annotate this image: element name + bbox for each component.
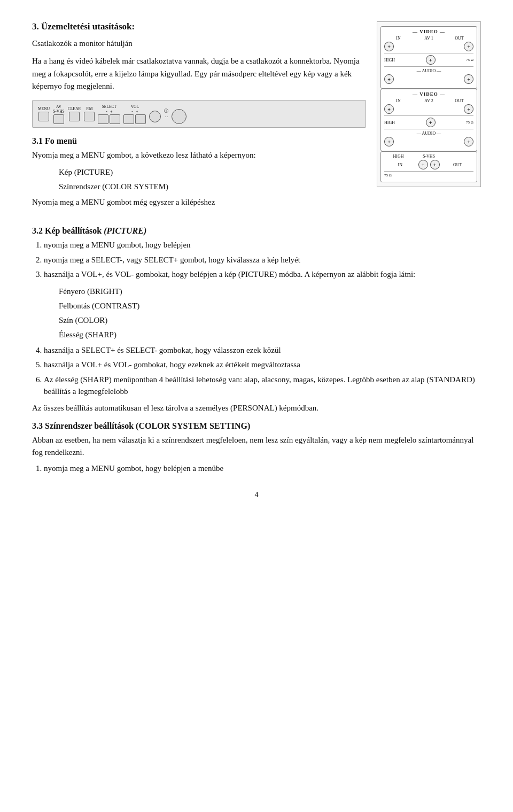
- av2-high-row: HIGH + 75 Ω: [384, 118, 473, 127]
- power-label: [178, 104, 180, 109]
- svhs-in-label: IN: [384, 163, 416, 167]
- menu-button: [38, 112, 49, 121]
- svhs-circles: IN + + OUT: [384, 160, 473, 169]
- av1-audio-circles: + +: [384, 74, 473, 84]
- section-3-1-para2: Nyomja meg a MENU gombot még egyszer a k…: [32, 196, 366, 208]
- in-label-1: IN: [384, 36, 413, 41]
- section-3-2-heading: 3.2 Kép beállítások (PICTURE): [32, 226, 481, 236]
- section-3-2-closing: Az összes beállítás automatikusan el les…: [32, 402, 481, 414]
- divider-1: [384, 53, 473, 53]
- av1-circles: + +: [384, 42, 473, 51]
- small-circle-group: [149, 105, 161, 122]
- av2-audio-out-circle: +: [464, 137, 473, 146]
- av1-high-row: HIGH + 75 Ω: [384, 55, 473, 65]
- svhs-ohm-row: 75 Ω: [384, 173, 473, 177]
- section-3-2-sub-items: Fényero (BRIGHT) Felbontás (CONTRAST) Sz…: [32, 285, 481, 341]
- list-item: nyomja meg a MENU gombot, hogy belépjen: [44, 239, 481, 251]
- av2-in-circle: +: [384, 104, 394, 114]
- list-item: Fényero (BRIGHT): [59, 285, 481, 298]
- av2-mid-circle: +: [426, 118, 436, 127]
- high-label-3: HIGH: [384, 154, 413, 159]
- av1-audio-row-labels: — AUDIO —: [384, 68, 473, 73]
- section-3-3-heading: 3.3 Színrendszer beállítások (COLOR SYST…: [32, 421, 481, 431]
- svhs-out-circle: +: [430, 160, 440, 169]
- video-label-1: — VIDEO —: [384, 29, 473, 34]
- list-item: Kép (PICTURE): [59, 166, 366, 179]
- pm-button: [84, 112, 95, 121]
- svhs-in-circle: +: [418, 160, 428, 169]
- pm-button-group: P.M: [84, 106, 95, 121]
- list-item: Az élesség (SHARP) menüpontban 4 beállít…: [44, 374, 481, 398]
- section-3-2-heading-sub: (PICTURE): [104, 226, 146, 235]
- av1-block: — VIDEO — IN AV 1 OUT + + HIGH + 75 Ω: [380, 26, 477, 89]
- list-item: Szín (COLOR): [59, 314, 481, 327]
- select-minus-button: [98, 114, 108, 124]
- pm-label: P.M: [86, 106, 92, 111]
- section-3-2-steps-cont: használja a SELECT+ és SELECT- gombokat,…: [32, 344, 481, 398]
- divider-3: [384, 115, 473, 116]
- intro-para1: Csatlakozók a monitor hátulján: [32, 37, 366, 50]
- av1-audio-out-circle: +: [464, 74, 473, 84]
- select-plus-button: [110, 114, 120, 124]
- av1-in-circle: +: [384, 42, 394, 51]
- list-item: Élesség (SHARP): [59, 328, 481, 341]
- av2-row-labels: IN AV 2 OUT: [384, 98, 473, 103]
- svhs-out-label: OUT: [442, 163, 474, 167]
- av2-out-circle: +: [464, 104, 473, 114]
- list-item: Felbontás (CONTRAST): [59, 299, 481, 312]
- ohm-label-3: 75 Ω: [384, 173, 392, 177]
- page-number: 4: [32, 491, 481, 499]
- info-icon-group: ⓘ · ·: [164, 109, 168, 119]
- av1-label: AV 1: [415, 36, 443, 41]
- audio-label-1: — AUDIO —: [415, 68, 443, 73]
- av2-audio-circles: + +: [384, 137, 473, 146]
- av2-circles: + +: [384, 104, 473, 114]
- section-3-1-items: Kép (PICTURE) Színrendszer (COLOR SYSTEM…: [32, 166, 366, 193]
- small-circle-label: [154, 105, 156, 110]
- section-3-2: 3.2 Kép beállítások (PICTURE) nyomja meg…: [32, 226, 481, 414]
- select-label: SELECT- +: [102, 104, 117, 114]
- section-3-3-para1: Abban az esetben, ha nem választja ki a …: [32, 434, 481, 458]
- list-item: használja a VOL+, és VOL- gombokat, hogy…: [44, 268, 481, 281]
- video-label-2: — VIDEO —: [384, 91, 473, 97]
- av-svhs-button: [53, 114, 64, 124]
- section-3-3: 3.3 Színrendszer beállítások (COLOR SYST…: [32, 421, 481, 475]
- av-svhs-button-group: AVS-VHS: [53, 104, 65, 124]
- small-circle-button: [149, 111, 161, 122]
- av1-row-labels: IN AV 1 OUT: [384, 36, 473, 41]
- control-bar-illustration: MENU AVS-VHS CLEAR P.M: [32, 100, 366, 128]
- connector-panel: — VIDEO — IN AV 1 OUT + + HIGH + 75 Ω: [377, 21, 481, 187]
- section-3-3-steps: nyomja meg a MENU gombot, hogy belépjen …: [32, 462, 481, 475]
- audio-label-2: — AUDIO —: [384, 131, 473, 136]
- ohm-label-2: 75 Ω: [466, 120, 473, 125]
- av1-out-circle: +: [464, 42, 473, 51]
- select-double: [98, 114, 120, 124]
- av2-audio-row-labels: — AUDIO —: [384, 131, 473, 136]
- info-icon-label: ⓘ: [164, 109, 168, 114]
- section-3-1-heading: 3.1 Fo menü: [32, 136, 366, 146]
- section-3-1-para1: Nyomja meg a MENU gombot, a következo le…: [32, 149, 366, 161]
- vol-label: VOL- +: [131, 104, 139, 114]
- intro-para2: Ha a hang és videó kábelek már csatlakoz…: [32, 55, 366, 92]
- vol-double: [123, 114, 146, 124]
- section-3-1: 3.1 Fo menü Nyomja meg a MENU gombot, a …: [32, 136, 366, 208]
- svhs-label: S-VHS: [415, 154, 443, 159]
- divider-4: [384, 129, 473, 129]
- vol-button-group: VOL- +: [123, 104, 146, 124]
- divider-2: [384, 66, 473, 67]
- av1-audio-in-circle: +: [384, 74, 394, 84]
- list-item: Színrendszer (COLOR SYSTEM): [59, 180, 366, 193]
- clear-button-group: CLEAR: [68, 106, 81, 121]
- power-button-group: [172, 104, 186, 124]
- in-label-2: IN: [384, 98, 413, 103]
- menu-button-group: MENU: [38, 106, 50, 121]
- out-label-2: OUT: [445, 98, 473, 103]
- list-item: nyomja meg a MENU gombot, hogy belépjen …: [44, 462, 481, 475]
- av2-label: AV 2: [415, 98, 443, 103]
- high-label-1: HIGH: [384, 58, 395, 63]
- select-button-group: SELECT- +: [98, 104, 120, 124]
- clear-button: [69, 112, 80, 121]
- svhs-row-labels: HIGH S-VHS: [384, 154, 473, 159]
- av2-audio-in-circle: +: [384, 137, 394, 146]
- ohm-label-1: 75 Ω: [466, 58, 473, 62]
